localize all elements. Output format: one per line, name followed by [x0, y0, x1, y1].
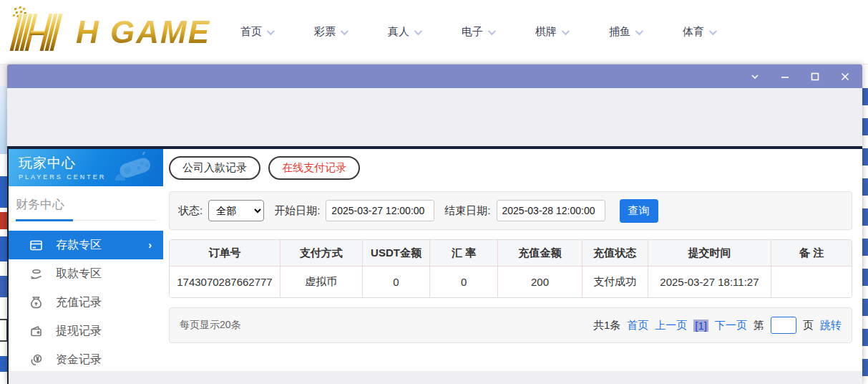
nav-item-fishing[interactable]: 捕鱼 [609, 25, 641, 39]
sidebar-item-label: 提现记录 [56, 324, 102, 339]
sidebar-item-label: 资金记录 [56, 352, 102, 368]
sidebar-item-deposit-zone[interactable]: 存款专区 › [9, 231, 163, 259]
query-button[interactable]: 查询 [620, 199, 658, 223]
record-tabs: 公司入款记录 在线支付记录 [169, 156, 852, 180]
cell-submit-time: 2025-03-27 18:11:27 [648, 267, 772, 297]
coins-icon [29, 352, 43, 367]
chevron-down-icon [488, 27, 496, 34]
sidebar-item-fund-records[interactable]: 资金记录 [9, 345, 163, 374]
deposit-card-icon [29, 238, 43, 252]
records-content: 公司入款记录 在线支付记录 状态: 全部 开始日期: 结束日期: 查询 [163, 149, 862, 371]
col-order-number: 订单号 [170, 240, 281, 267]
nav-label: 真人 [388, 25, 409, 39]
tab-online-payment-records[interactable]: 在线支付记录 [268, 156, 360, 180]
page-size-text: 每页显示20条 [180, 319, 241, 332]
sidebar-section-title: 财务中心 [16, 196, 163, 213]
cell-order-number: 1743070287662777 [170, 267, 281, 297]
nav-item-slots[interactable]: 电子 [462, 25, 494, 39]
sidebar-item-recharge-records[interactable]: 充值记录 [9, 288, 163, 317]
tab-company-deposit-records[interactable]: 公司入款记录 [169, 156, 260, 180]
pagination-first[interactable]: 首页 [627, 319, 648, 332]
brand-logo[interactable]: H GAME [7, 6, 210, 59]
cell-payment-method: 虚拟币 [281, 267, 363, 297]
cell-recharge-amount: 200 [498, 267, 582, 297]
chevron-down-icon [709, 27, 717, 34]
pagination-prev[interactable]: 上一页 [655, 319, 687, 332]
nav-label: 捕鱼 [609, 25, 630, 39]
table-row: 1743070287662777 虚拟币 0 0 200 支付成功 2025-0… [170, 267, 852, 297]
hand-coin-icon [29, 267, 43, 281]
chevron-down-icon [635, 27, 643, 34]
nav-item-chess[interactable]: 棋牌 [535, 25, 567, 39]
cell-remark [771, 267, 852, 297]
sidebar-item-label: 充值记录 [56, 295, 102, 310]
jump-suffix-label: 页 [803, 319, 814, 332]
minimize-icon[interactable] [779, 71, 791, 82]
nav-label: 彩票 [314, 25, 336, 39]
sidebar-menu: 存款专区 › 取款专区 充值记录 [9, 231, 163, 374]
start-date-input[interactable] [326, 200, 434, 221]
sidebar-item-withdraw-zone[interactable]: 取款专区 [9, 259, 163, 288]
end-date-input[interactable] [497, 200, 605, 221]
cell-usdt-amount: 0 [363, 267, 431, 297]
brand-logo-text: H GAME [76, 14, 210, 50]
collapse-icon[interactable] [749, 71, 761, 82]
nav-label: 首页 [240, 25, 262, 39]
table-header-row: 订单号 支付方式 USDT金额 汇 率 充值金额 充值状态 提交时间 备 注 [170, 240, 852, 267]
start-date-label: 开始日期: [274, 204, 320, 218]
col-recharge-status: 充值状态 [582, 240, 648, 267]
main-nav: 首页 彩票 真人 电子 棋牌 捕鱼 体育 [240, 25, 715, 39]
jump-button[interactable]: 跳转 [820, 319, 842, 332]
nav-item-home[interactable]: 首页 [240, 25, 273, 39]
wallet-icon [29, 324, 43, 338]
money-bag-icon [29, 295, 43, 309]
sidebar: 玩家中心 PLAYERS CENTER 财务中心 [9, 149, 163, 371]
pagination-next[interactable]: 下一页 [715, 319, 747, 332]
maximize-icon[interactable] [809, 71, 821, 82]
status-label: 状态: [178, 204, 203, 218]
background-right-strip [862, 88, 868, 384]
nav-item-sports[interactable]: 体育 [683, 25, 715, 39]
gamepad-icon [114, 152, 156, 181]
chevron-down-icon [341, 27, 348, 34]
chevron-down-icon [414, 27, 422, 34]
chevron-right-icon: › [148, 239, 152, 251]
col-usdt-amount: USDT金额 [363, 240, 431, 267]
sidebar-header: 玩家中心 PLAYERS CENTER [9, 149, 163, 186]
nav-label: 电子 [462, 25, 483, 39]
page-jump-input[interactable] [771, 317, 796, 334]
chevron-down-icon [267, 27, 275, 34]
sidebar-item-label: 取款专区 [56, 267, 102, 282]
col-submit-time: 提交时间 [648, 240, 772, 267]
nav-label: 棋牌 [535, 25, 557, 39]
end-date-label: 结束日期: [444, 204, 490, 218]
modal-titlebar [7, 64, 862, 88]
chevron-down-icon [562, 27, 570, 34]
pagination-bar: 每页显示20条 共1条 首页 上一页 [1] 下一页 第 页 跳转 [169, 307, 852, 343]
sidebar-section-rule [16, 219, 156, 221]
player-center-panel: 玩家中心 PLAYERS CENTER 财务中心 [9, 149, 862, 371]
close-icon[interactable] [839, 71, 851, 82]
brand-logo-mark-icon [1, 9, 74, 55]
pagination-controls: 共1条 首页 上一页 [1] 下一页 第 页 跳转 [593, 317, 842, 334]
nav-item-live-casino[interactable]: 真人 [388, 25, 420, 39]
col-payment-method: 支付方式 [281, 240, 363, 267]
col-remark: 备 注 [771, 240, 852, 267]
total-count: 共1条 [593, 319, 620, 332]
cell-exchange-rate: 0 [430, 267, 498, 297]
filter-bar: 状态: 全部 开始日期: 结束日期: 查询 [169, 191, 852, 230]
jump-prefix-label: 第 [754, 319, 764, 332]
nav-item-lottery[interactable]: 彩票 [314, 25, 346, 39]
col-recharge-amount: 充值金额 [498, 240, 582, 267]
cell-recharge-status: 支付成功 [582, 267, 648, 297]
col-exchange-rate: 汇 率 [430, 240, 498, 267]
status-select[interactable]: 全部 [208, 200, 264, 221]
sidebar-item-withdrawal-records[interactable]: 提现记录 [9, 317, 163, 345]
records-table: 订单号 支付方式 USDT金额 汇 率 充值金额 充值状态 提交时间 备 注 1… [169, 239, 852, 298]
top-navbar: H GAME 首页 彩票 真人 电子 棋牌 捕鱼 体育 [0, 0, 868, 64]
pagination-current-page[interactable]: [1] [693, 320, 708, 332]
player-center-modal: 玩家中心 PLAYERS CENTER 财务中心 [7, 64, 862, 384]
sidebar-item-label: 存款专区 [56, 238, 102, 253]
nav-label: 体育 [683, 25, 704, 39]
